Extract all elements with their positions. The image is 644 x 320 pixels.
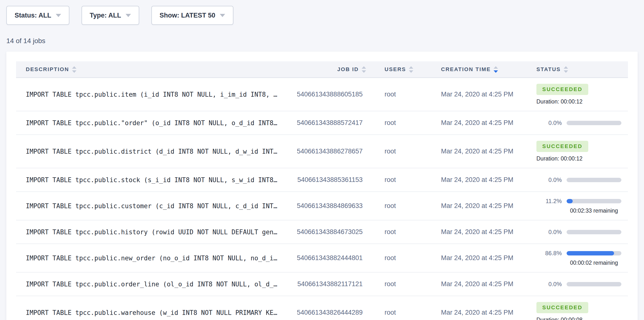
job-id: 540661343885361153 bbox=[287, 176, 370, 184]
progress-bar bbox=[566, 178, 621, 182]
jobs-table-card: DESCRIPTIONJOB IDUSERSCREATION TIMESTATU… bbox=[6, 52, 638, 320]
sort-arrows-icon bbox=[72, 66, 76, 73]
job-user: root bbox=[370, 176, 431, 184]
job-id: 540661343888572417 bbox=[287, 119, 370, 127]
job-id: 540661343888605185 bbox=[287, 91, 370, 98]
progress-bar bbox=[566, 282, 621, 286]
job-creation-time: Mar 24, 2020 at 4:25 PM bbox=[431, 228, 533, 236]
show-filter-dropdown[interactable]: Show: LATEST 50 bbox=[152, 6, 234, 25]
column-header-status[interactable]: STATUS bbox=[533, 66, 628, 73]
column-header-users[interactable]: USERS bbox=[370, 66, 431, 73]
status-badge: SUCCEEDED bbox=[536, 84, 588, 95]
status-filter-dropdown[interactable]: Status: ALL bbox=[6, 6, 69, 25]
progress-bar-fill bbox=[566, 199, 573, 203]
table-row[interactable]: IMPORT TABLE tpcc.public.stock (s_i_id I… bbox=[16, 168, 628, 192]
sort-desc-icon bbox=[564, 70, 568, 73]
job-creation-time: Mar 24, 2020 at 4:25 PM bbox=[431, 119, 533, 127]
filters-bar: Status: ALL Type: ALL Show: LATEST 50 bbox=[6, 6, 638, 25]
job-user: root bbox=[370, 228, 431, 236]
job-user: root bbox=[370, 148, 431, 155]
column-header-jobid[interactable]: JOB ID bbox=[287, 66, 370, 73]
column-label: STATUS bbox=[536, 66, 561, 73]
sort-desc-icon bbox=[409, 70, 413, 73]
sort-desc-icon bbox=[72, 70, 76, 73]
progress-line: 0.0% bbox=[536, 177, 628, 183]
sort-arrows-icon bbox=[409, 66, 413, 73]
job-creation-time: Mar 24, 2020 at 4:25 PM bbox=[431, 309, 533, 316]
status-filter-label: Status: ALL bbox=[14, 12, 51, 19]
chevron-down-icon bbox=[56, 14, 61, 17]
job-status-cell: 0.0% bbox=[533, 177, 628, 183]
job-description: IMPORT TABLE tpcc.public."order" (o_id I… bbox=[16, 119, 287, 127]
time-remaining: 00:00:02 remaining bbox=[566, 260, 621, 266]
job-id: 540661343882117121 bbox=[287, 280, 370, 288]
progress-percent: 0.0% bbox=[536, 229, 562, 235]
sort-asc-icon bbox=[564, 66, 568, 69]
sort-asc-icon bbox=[409, 66, 413, 69]
progress-bar bbox=[566, 199, 621, 203]
table-row[interactable]: IMPORT TABLE tpcc.public.order_line (ol_… bbox=[16, 272, 628, 296]
progress-line: 0.0% bbox=[536, 281, 628, 288]
job-creation-time: Mar 24, 2020 at 4:25 PM bbox=[431, 91, 533, 98]
chevron-down-icon bbox=[220, 14, 225, 17]
sort-asc-icon bbox=[494, 66, 498, 69]
column-label: JOB ID bbox=[337, 66, 359, 73]
progress-bar bbox=[566, 121, 621, 125]
job-id: 540661343884869633 bbox=[287, 202, 370, 210]
sort-desc-icon bbox=[494, 70, 498, 73]
job-description: IMPORT TABLE tpcc.public.warehouse (w_id… bbox=[16, 309, 287, 316]
type-filter-dropdown[interactable]: Type: ALL bbox=[82, 6, 139, 25]
job-creation-time: Mar 24, 2020 at 4:25 PM bbox=[431, 202, 533, 210]
job-description: IMPORT TABLE tpcc.public.item (i_id INT8… bbox=[16, 91, 287, 98]
progress-line: 0.0% bbox=[536, 229, 628, 235]
job-status-cell: 0.0% bbox=[533, 120, 628, 126]
time-remaining: 00:02:33 remaining bbox=[566, 207, 621, 214]
job-user: root bbox=[370, 280, 431, 288]
progress-line: 11.2% bbox=[536, 198, 628, 205]
table-row[interactable]: IMPORT TABLE tpcc.public."order" (o_id I… bbox=[16, 111, 628, 135]
job-creation-time: Mar 24, 2020 at 4:25 PM bbox=[431, 254, 533, 262]
sort-desc-icon bbox=[362, 70, 366, 73]
job-status-cell: 0.0% bbox=[533, 281, 628, 288]
sort-arrows-icon bbox=[362, 66, 366, 73]
progress-line: 86.8% bbox=[536, 250, 628, 257]
progress-percent: 0.0% bbox=[536, 281, 562, 288]
job-status-cell: 86.8%00:00:02 remaining bbox=[533, 250, 628, 266]
job-user: root bbox=[370, 202, 431, 210]
column-header-description[interactable]: DESCRIPTION bbox=[16, 66, 287, 73]
progress-bar bbox=[566, 251, 621, 255]
job-description: IMPORT TABLE tpcc.public.order_line (ol_… bbox=[16, 280, 287, 288]
job-status-cell: SUCCEEDEDDuration: 00:00:12 bbox=[533, 141, 628, 162]
sort-asc-icon bbox=[72, 66, 76, 69]
progress-percent: 0.0% bbox=[536, 120, 562, 126]
job-status-cell: 11.2%00:02:33 remaining bbox=[533, 198, 628, 214]
chevron-down-icon bbox=[126, 14, 131, 17]
table-row[interactable]: IMPORT TABLE tpcc.public.new_order (no_o… bbox=[16, 244, 628, 272]
jobs-count: 14 of 14 jobs bbox=[6, 37, 638, 45]
job-id: 540661343886278657 bbox=[287, 148, 370, 155]
job-description: IMPORT TABLE tpcc.public.customer (c_id … bbox=[16, 202, 287, 210]
jobs-page: Status: ALL Type: ALL Show: LATEST 50 14… bbox=[0, 0, 644, 320]
job-status-cell: SUCCEEDEDDuration: 00:00:12 bbox=[533, 84, 628, 105]
sort-asc-icon bbox=[362, 66, 366, 69]
column-label: CREATION TIME bbox=[441, 66, 491, 73]
job-description: IMPORT TABLE tpcc.public.history (rowid … bbox=[16, 228, 287, 236]
job-id: 540661343882444801 bbox=[287, 254, 370, 262]
job-user: root bbox=[370, 309, 431, 316]
job-status-cell: 0.0% bbox=[533, 229, 628, 235]
progress-percent: 86.8% bbox=[536, 250, 562, 257]
status-badge: SUCCEEDED bbox=[536, 302, 588, 313]
progress-line: 0.0% bbox=[536, 120, 628, 126]
sort-arrows-icon bbox=[494, 66, 498, 73]
table-row[interactable]: IMPORT TABLE tpcc.public.history (rowid … bbox=[16, 220, 628, 244]
status-duration: Duration: 00:00:12 bbox=[536, 155, 628, 162]
status-duration: Duration: 00:00:12 bbox=[536, 98, 628, 105]
status-duration: Duration: 00:00:08 bbox=[536, 316, 628, 320]
table-row[interactable]: IMPORT TABLE tpcc.public.customer (c_id … bbox=[16, 192, 628, 220]
table-row[interactable]: IMPORT TABLE tpcc.public.warehouse (w_id… bbox=[16, 296, 628, 320]
table-row[interactable]: IMPORT TABLE tpcc.public.item (i_id INT8… bbox=[16, 78, 628, 111]
column-header-created[interactable]: CREATION TIME bbox=[431, 66, 533, 73]
table-row[interactable]: IMPORT TABLE tpcc.public.district (d_id … bbox=[16, 135, 628, 168]
job-status-cell: SUCCEEDEDDuration: 00:00:08 bbox=[533, 302, 628, 320]
column-label: DESCRIPTION bbox=[26, 66, 69, 73]
